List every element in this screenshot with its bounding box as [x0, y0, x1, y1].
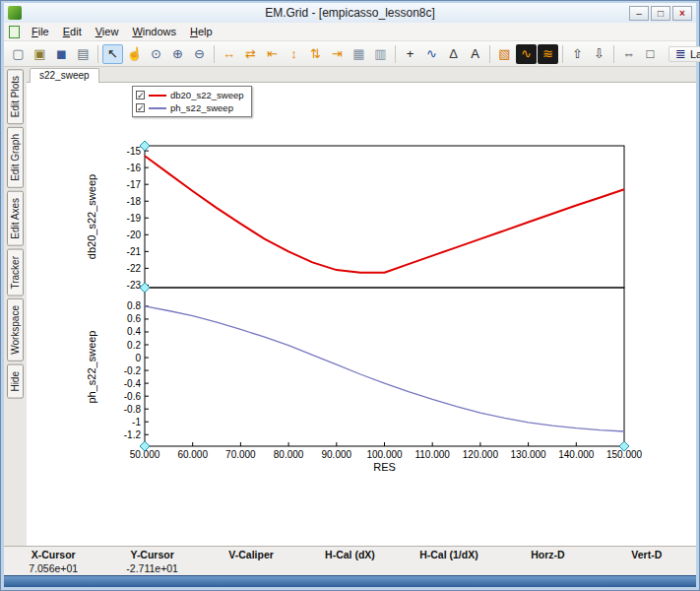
plot-fill-style-icon[interactable]: ≋ [538, 44, 558, 64]
sidebar-item-edit-axes[interactable]: Edit Axes [7, 191, 24, 246]
toolbar-separator [613, 45, 614, 63]
fit-y-tool[interactable]: ⇥ [327, 44, 348, 64]
sidebar-item-edit-graph[interactable]: Edit Graph [7, 127, 24, 188]
autoscale-x-tool[interactable]: ⇄ [240, 44, 261, 64]
select-tool[interactable]: ↖ [102, 44, 123, 64]
series-visible-checkbox[interactable]: ✓ [136, 91, 145, 99]
grid-icon[interactable]: ▦ [349, 44, 369, 64]
close-button[interactable]: × [672, 6, 692, 21]
status-value-x-cursor: 7.056e+01 [4, 561, 102, 576]
axis-up-toggle[interactable]: ⇧ [567, 44, 588, 64]
zoom-box-tool[interactable]: ⊙ [146, 44, 166, 64]
x-tick-label: 130.000 [511, 449, 547, 460]
y-tick-label: -18 [127, 196, 142, 207]
status-value-horz-d [498, 561, 597, 576]
y-tick-label: -20 [127, 230, 142, 240]
expand-x-tool[interactable]: ↔ [219, 44, 239, 64]
status-value-h-cal-1dx [400, 561, 498, 576]
y-axis-label: db20_s22_sweep [86, 174, 97, 259]
axis-handle[interactable] [140, 283, 150, 293]
x-tick-label: 140.000 [558, 449, 595, 460]
frame-icon[interactable]: ▥ [370, 44, 391, 64]
sidebar-item-tracker[interactable]: Tracker [7, 249, 24, 296]
plot-dark-style-icon[interactable]: ∿ [516, 44, 537, 64]
fit-x-tool[interactable]: ⇤ [262, 44, 283, 64]
titlebar[interactable]: EM.Grid - [empicasso_lesson8c] – □ × [4, 3, 696, 23]
y-tick-label: 0.2 [127, 340, 141, 351]
layout-label: Layout [690, 48, 700, 60]
series-visible-checkbox[interactable]: ✓ [136, 103, 145, 112]
status-header-y-cursor: Y-Cursor [102, 547, 201, 561]
plot-panel: s22_sweep ✓ db20_s22_sweep ✓ ph_s22_swee… [27, 67, 696, 546]
text-tool[interactable]: A [465, 44, 485, 64]
toolbar: ▢▣◼▤↖☝⊙⊕⊖↔⇄⇤↕⇅⇥▦▥+∿ΔA▧∿≋⇧⇩⇔□ ≣ Layout ▾ [4, 41, 696, 67]
sidebar-item-hide[interactable]: Hide [7, 364, 24, 399]
plot-frame [145, 146, 624, 288]
sidebar-item-edit-plots[interactable]: Edit Plots [7, 69, 24, 124]
zoom-in-tool[interactable]: ⊕ [167, 44, 188, 64]
expand-y-tool[interactable]: ↕ [284, 44, 304, 64]
marker-style-icon[interactable]: ▧ [494, 44, 515, 64]
toolbar-separator [214, 45, 215, 63]
caliper-width-icon[interactable]: ⇔ [618, 44, 639, 64]
toolbar-separator [562, 45, 563, 63]
legend-item: ✓ ph_s22_sweep [136, 102, 243, 113]
x-tick-label: 90.000 [322, 449, 352, 460]
menu-windows[interactable]: Windows [125, 24, 183, 39]
document-icon[interactable] [9, 26, 20, 38]
status-header-v-caliper: V-Caliper [202, 547, 300, 561]
new-file-icon[interactable]: ▢ [8, 44, 29, 64]
toolbar-icons: ▢▣◼▤↖☝⊙⊕⊖↔⇄⇤↕⇅⇥▦▥+∿ΔA▧∿≋⇧⇩⇔□ [8, 44, 661, 64]
y-tick-label: -15 [127, 146, 142, 157]
y-tick-label: -23 [127, 280, 142, 291]
add-cursor-tool[interactable]: + [400, 44, 420, 64]
x-axis-label: RES [373, 461, 396, 473]
x-tick-label: 100.000 [366, 449, 403, 460]
y-tick-label: -0.6 [124, 391, 142, 402]
ph_s22_sweep-curve[interactable] [145, 306, 624, 431]
plot-area[interactable]: -15-16-17-18-19-20-21-22-23db20_s22_swee… [27, 83, 696, 546]
window-title: EM.Grid - [empicasso_lesson8c] [4, 6, 696, 20]
caliper-tool[interactable]: Δ [443, 44, 464, 64]
sidebar-item-workspace[interactable]: Workspace [7, 298, 24, 361]
status-value-y-cursor: -2.711e+01 [102, 561, 201, 576]
x-tick-label: 70.000 [225, 449, 256, 460]
tabbar: s22_sweep [27, 67, 696, 83]
series-color-sample [149, 107, 166, 109]
menu-help[interactable]: Help [183, 24, 220, 39]
menu-file[interactable]: File [25, 24, 56, 39]
layout-dropdown[interactable]: ≣ Layout ▾ [668, 46, 700, 62]
axis-down-toggle[interactable]: ⇩ [589, 44, 609, 64]
open-file-icon[interactable]: ▣ [30, 44, 50, 64]
x-tick-label: 60.000 [177, 449, 208, 460]
zoom-out-tool[interactable]: ⊖ [189, 44, 210, 64]
y-axis-label: ph_s22_sweep [86, 330, 97, 403]
autoscale-y-tool[interactable]: ⇅ [305, 44, 326, 64]
y-tick-label: 0 [135, 353, 141, 363]
db20_s22_sweep-curve[interactable] [145, 156, 624, 273]
menu-view[interactable]: View [89, 24, 126, 39]
tracker-tool[interactable]: ∿ [421, 44, 442, 64]
y-tick-label: -21 [127, 246, 142, 257]
save-icon[interactable]: ◼ [51, 44, 72, 64]
axis-handle[interactable] [140, 141, 150, 151]
minimize-button[interactable]: – [629, 6, 649, 21]
tab-s22-sweep[interactable]: s22_sweep [30, 68, 99, 83]
status-value-h-cal-dx [300, 561, 399, 576]
plot-frame [145, 288, 624, 446]
y-tick-label: 0.6 [127, 313, 141, 324]
print-icon[interactable]: ▤ [73, 44, 94, 64]
maximize-button[interactable]: □ [651, 6, 670, 21]
window-controls: – □ × [629, 6, 692, 21]
y-tick-label: -22 [127, 263, 142, 274]
menu-edit[interactable]: Edit [56, 24, 89, 39]
status-header-x-cursor: X-Cursor [4, 547, 102, 561]
x-tick-label: 120.000 [463, 449, 499, 460]
option-checkbox-icon[interactable]: □ [640, 44, 661, 64]
plot-content: ✓ db20_s22_sweep ✓ ph_s22_sweep -15-16-1… [27, 83, 696, 546]
toolbar-separator [395, 45, 396, 63]
x-tick-label: 110.000 [414, 449, 450, 460]
legend-label: ph_s22_sweep [170, 102, 233, 113]
pan-tool[interactable]: ☝ [124, 44, 145, 64]
status-header-h-cal-1dx: H-Cal (1/dX) [400, 547, 498, 561]
